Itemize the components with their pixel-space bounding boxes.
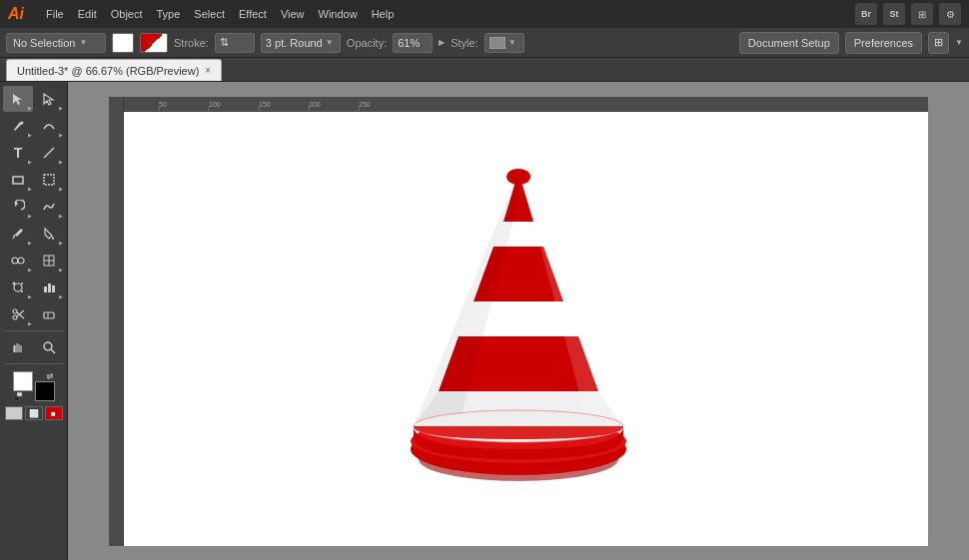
tool-row-eyedropper: ▶ ▶ <box>3 221 64 247</box>
document-setup-label: Document Setup <box>748 37 830 49</box>
presentation-icon[interactable]: ■ <box>45 406 63 420</box>
style-swatch <box>489 37 505 49</box>
svg-rect-16 <box>48 283 51 292</box>
stroke-label: Stroke: <box>174 37 209 49</box>
toolbar-separator <box>4 330 64 331</box>
stroke-weight-input[interactable]: ⇅ <box>215 33 255 53</box>
svg-point-18 <box>13 315 17 319</box>
svg-point-53 <box>506 169 530 185</box>
zoom-tool-button[interactable] <box>34 334 64 360</box>
toolbar-separator2 <box>4 363 64 364</box>
artboard-expand-arrow: ▶ <box>59 186 63 192</box>
menu-effect[interactable]: Effect <box>233 5 273 23</box>
selection-tool-button[interactable]: ▶ <box>3 86 33 112</box>
eraser-tool-button[interactable] <box>34 301 64 327</box>
warp-tool-button[interactable]: ▶ <box>34 194 64 220</box>
tool-row-pen: ▶ ▶ <box>3 113 64 139</box>
mesh-expand-arrow: ▶ <box>59 267 63 273</box>
menu-edit[interactable]: Edit <box>72 5 103 23</box>
opacity-number: 61% <box>398 37 420 49</box>
tool-row-symbol: ▶ ▶ <box>3 275 64 300</box>
hand-tool-button[interactable] <box>3 334 33 360</box>
fill-color-swatch[interactable] <box>112 33 134 53</box>
title-bar: Ai File Edit Object Type Select Effect V… <box>0 0 969 28</box>
tool2-expand-arrow: ▶ <box>59 105 63 111</box>
menu-bar: File Edit Object Type Select Effect View… <box>40 5 843 23</box>
traffic-cone <box>379 142 658 501</box>
foreground-color-swatch[interactable] <box>13 371 33 391</box>
opacity-label: Opacity: <box>347 37 387 49</box>
tab-close-button[interactable]: × <box>205 65 211 76</box>
no-selection-dropdown[interactable]: No Selection ▼ <box>6 33 106 53</box>
line-tool-button[interactable]: ▶ <box>34 140 64 166</box>
direct-selection-tool-button[interactable]: ▶ <box>34 86 64 112</box>
document-setup-button[interactable]: Document Setup <box>739 32 839 54</box>
opacity-value[interactable]: 61% <box>393 33 433 53</box>
options-bar: No Selection ▼ Stroke: ⇅ 3 pt. Round ▼ O… <box>0 28 969 58</box>
menu-file[interactable]: File <box>40 5 70 23</box>
arrange-icon-button[interactable]: ⊞ <box>928 32 949 54</box>
menu-object[interactable]: Object <box>105 5 149 23</box>
blend-expand-arrow: ▶ <box>28 267 32 273</box>
stroke-style-label: 3 pt. Round <box>266 37 323 49</box>
style-dropdown[interactable]: ▼ <box>484 33 524 53</box>
rotate-tool-button[interactable]: ▶ <box>3 194 33 220</box>
opacity-expand-arrow[interactable]: ▶ <box>439 38 445 47</box>
svg-text:100: 100 <box>209 101 221 108</box>
menu-view[interactable]: View <box>275 5 311 23</box>
rectangle-tool-button[interactable]: ▶ <box>3 167 33 193</box>
svg-point-6 <box>12 258 18 264</box>
menu-select[interactable]: Select <box>188 5 231 23</box>
menu-type[interactable]: Type <box>151 5 187 23</box>
stroke-color-swatch[interactable] <box>140 33 168 53</box>
full-screen-icon[interactable]: ⬜ <box>25 406 43 420</box>
type-tool-button[interactable]: T ▶ <box>3 140 33 166</box>
svg-text:150: 150 <box>259 101 271 108</box>
artboard-tool-button[interactable]: ▶ <box>34 167 64 193</box>
svg-rect-27 <box>17 392 22 396</box>
scissors-tool-button[interactable]: ▶ <box>3 301 33 327</box>
column-graph-button[interactable]: ▶ <box>34 275 64 300</box>
tool-row-scissors: ▶ <box>3 301 64 327</box>
options-more-arrow[interactable]: ▼ <box>955 38 963 47</box>
document-tab[interactable]: Untitled-3* @ 66.67% (RGB/Preview) × <box>6 59 222 81</box>
eyedropper-tool-button[interactable]: ▶ <box>3 221 33 247</box>
stock-icon[interactable]: St <box>883 3 905 25</box>
eye-expand-arrow: ▶ <box>28 240 32 246</box>
curvature-tool-button[interactable]: ▶ <box>34 113 64 139</box>
menu-window[interactable]: Window <box>313 5 364 23</box>
svg-point-14 <box>21 290 23 292</box>
svg-rect-26 <box>14 396 19 400</box>
svg-rect-3 <box>44 175 54 185</box>
search-icon[interactable]: ⚙ <box>939 3 961 25</box>
rect-expand-arrow: ▶ <box>28 186 32 192</box>
no-selection-arrow: ▼ <box>79 38 87 47</box>
svg-line-1 <box>44 148 54 158</box>
bridge-icon[interactable]: Br <box>855 3 877 25</box>
horizontal-ruler: 50 100 150 200 250 <box>109 97 928 112</box>
type-expand-arrow: ▶ <box>28 159 32 165</box>
symbol-tool-button[interactable]: ▶ <box>3 275 33 300</box>
blend-tool-button[interactable]: ▶ <box>3 248 33 274</box>
tool-row-zoom <box>3 334 64 360</box>
color-swatch-area <box>11 369 57 403</box>
stroke-style-dropdown[interactable]: 3 pt. Round ▼ <box>261 33 341 53</box>
tool-row-selection: ▶ ▶ <box>3 86 64 112</box>
pen-tool-button[interactable]: ▶ <box>3 113 33 139</box>
svg-rect-17 <box>52 285 55 292</box>
normal-mode-icon[interactable]: □ <box>5 406 23 420</box>
main-area: ▶ ▶ ▶ ▶ T ▶ ▶ <box>0 82 969 560</box>
view-mode-row: □ ⬜ ■ <box>5 406 63 420</box>
reset-colors-icon[interactable] <box>13 391 23 401</box>
swap-colors-icon[interactable] <box>45 371 55 381</box>
svg-point-11 <box>14 283 22 291</box>
background-color-swatch[interactable] <box>35 381 55 401</box>
svg-line-5 <box>13 235 15 239</box>
preferences-button[interactable]: Preferences <box>845 32 922 54</box>
menu-help[interactable]: Help <box>366 5 401 23</box>
warp-expand-arrow: ▶ <box>59 213 63 219</box>
svg-line-25 <box>51 349 55 353</box>
workspace-icon[interactable]: ⊞ <box>911 3 933 25</box>
paint-bucket-button[interactable]: ▶ <box>34 221 64 247</box>
mesh-tool-button[interactable]: ▶ <box>34 248 64 274</box>
